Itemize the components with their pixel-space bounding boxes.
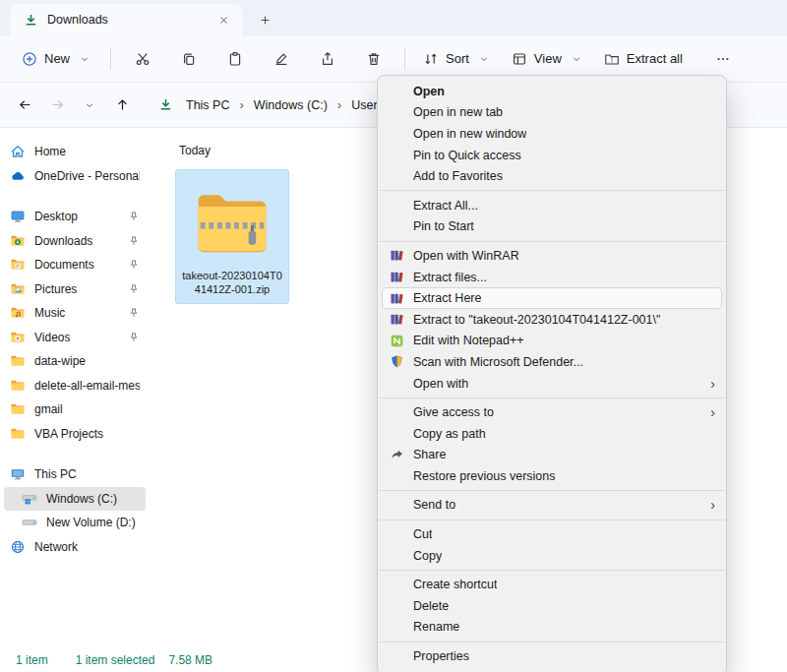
menu-icon-spacer [389,404,404,420]
sidebar-item-this-pc[interactable]: This PC [4,462,146,487]
menu-item-cut[interactable]: Cut [378,523,726,545]
menu-item-share[interactable]: Share [378,445,726,466]
menu-item-give-access-to[interactable]: Give access to› [378,401,726,423]
see-more-button[interactable] [700,42,747,76]
menu-separator [379,397,725,398]
menu-item-label: Extract Here [413,291,481,305]
menu-item-open-in-new-tab[interactable]: Open in new tab [378,102,726,124]
menu-icon-spacer [389,126,404,142]
menu-item-create-shortcut[interactable]: Create shortcut [378,574,726,595]
menu-item-rename[interactable]: Rename [378,617,726,639]
menu-item-label: Extract All... [413,199,478,213]
menu-item-open[interactable]: Open [378,81,726,102]
recent-locations-button[interactable] [75,91,104,120]
menu-item-pin-to-quick-access[interactable]: Pin to Quick access [378,145,726,166]
pin-icon [128,283,140,295]
sidebar-item-label: Home [34,145,66,158]
menu-separator [379,641,725,642]
sidebar-item-onedrive-personal[interactable]: OneDrive - Personal [4,164,146,189]
sidebar-item-gmail[interactable]: gmail [4,397,146,422]
view-button[interactable]: View [502,44,594,74]
home-icon [10,144,26,159]
sidebar-item-label: delete-all-email-mess [34,379,140,393]
item-count: 1 item [16,653,48,667]
sidebar-item-label: Pictures [34,282,77,296]
sidebar-item-music[interactable]: Music [4,301,146,326]
menu-item-label: Open in new window [413,127,526,141]
desktop-icon [10,209,26,224]
up-button[interactable] [107,91,137,120]
menu-item-label: Open with [413,377,468,391]
sidebar-item-network[interactable]: Network [4,535,146,560]
menu-item-scan-with-microsoft-defender[interactable]: Scan with Microsoft Defender... [378,351,726,373]
close-tab-icon[interactable] [212,9,234,31]
file-explorer-window: Downloads New Sort View Extract all [0,0,787,648]
new-item-icon [22,51,37,67]
sidebar-item-pictures[interactable]: Pictures [4,277,146,302]
menu-item-edit-with-notepad[interactable]: Edit with Notepad++ [378,331,726,352]
cut-button[interactable] [119,42,165,76]
tab-title: Downloads [47,13,204,27]
rename-button[interactable] [258,42,304,76]
menu-item-properties[interactable]: Properties [378,645,726,667]
sidebar-item-vba-projects[interactable]: VBA Projects [4,422,146,447]
navigation-pane: HomeOneDrive - PersonalDesktopDownloadsD… [0,128,150,648]
menu-item-open-with-winrar[interactable]: Open with WinRAR [378,245,726,267]
menu-item-restore-previous-versions[interactable]: Restore previous versions [378,465,726,487]
sort-button-label: Sort [446,51,469,66]
sort-button[interactable]: Sort [413,44,502,74]
sidebar-item-label: Windows (C:) [46,492,117,506]
menu-item-extract-here[interactable]: Extract Here [382,287,722,309]
address-bar[interactable]: This PC›Windows (C:)›Users› [153,93,400,117]
menu-item-extract-all[interactable]: Extract All... [378,195,726,216]
new-tab-button[interactable] [254,9,275,31]
sidebar-item-label: data-wipe [34,354,86,368]
menu-item-add-to-favorites[interactable]: Add to Favorites [378,165,726,187]
copy-button[interactable] [165,42,212,76]
context-menu: OpenOpen in new tabOpen in new windowPin… [377,75,727,672]
toolbar-separator [110,48,111,70]
menu-item-copy-as-path[interactable]: Copy as path [378,423,726,445]
sidebar-item-windows-c[interactable]: Windows (C:) [4,487,146,512]
sidebar-item-documents[interactable]: Documents [4,253,146,277]
menu-item-delete[interactable]: Delete [378,595,726,617]
documents-icon [10,257,26,273]
menu-item-open-in-new-window[interactable]: Open in new window [378,123,726,145]
menu-item-copy[interactable]: Copy [378,545,726,567]
breadcrumb-item-this-pc[interactable]: This PC [179,93,236,117]
menu-item-label: Copy as path [413,427,486,441]
file-item-zip[interactable]: takeout-20230104T041412Z-001.zip [175,169,289,304]
share-icon [320,51,335,67]
back-button[interactable] [10,91,39,120]
extract-all-button[interactable]: Extract all [594,44,693,74]
paste-button[interactable] [212,42,258,76]
sidebar-item-videos[interactable]: Videos [4,326,146,350]
share-button[interactable] [304,42,350,76]
new-button[interactable]: New [12,44,102,74]
menu-item-extract-files[interactable]: Extract files... [378,267,726,288]
music-icon [10,305,26,321]
menu-icon-spacer [389,198,404,214]
menu-icon-spacer [389,648,404,664]
folder-icon [10,426,26,442]
sidebar-item-new-volume-d[interactable]: New Volume (D:) [4,511,146,535]
sidebar-item-home[interactable]: Home [4,140,146,164]
sidebar-item-delete-all-email-mess[interactable]: delete-all-email-mess [4,374,146,398]
menu-icon-spacer [389,468,404,484]
menu-item-open-with[interactable]: Open with› [378,373,726,395]
sidebar-item-downloads[interactable]: Downloads [4,229,146,254]
menu-item-pin-to-start[interactable]: Pin to Start [378,216,726,238]
menu-item-label: Extract files... [413,271,487,284]
breadcrumb-item-windows-c[interactable]: Windows (C:) [247,93,334,117]
menu-item-send-to[interactable]: Send to› [378,495,726,517]
chevron-down-icon [569,51,584,67]
chevron-right-icon: › [710,404,715,420]
sidebar-item-data-wipe[interactable]: data-wipe [4,349,146,374]
delete-button[interactable] [350,42,396,76]
sidebar-item-desktop[interactable]: Desktop [4,205,146,229]
menu-item-extract-to-takeout-20230104t041412z-001[interactable]: Extract to "takeout-20230104T041412Z-001… [378,309,726,331]
menu-separator [379,519,725,520]
tab-downloads[interactable]: Downloads [10,4,242,35]
selection-count: 1 item selected [76,653,155,667]
new-button-label: New [44,51,70,66]
